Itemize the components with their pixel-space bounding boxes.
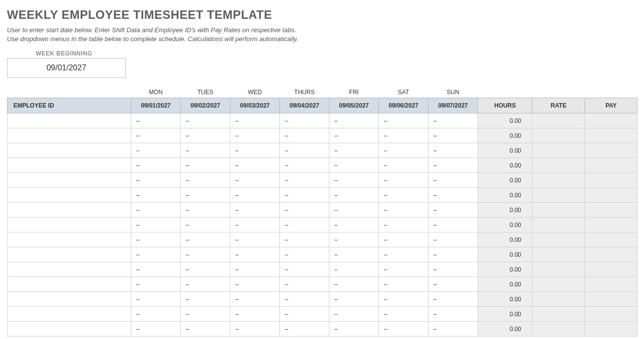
shift-cell[interactable]: – (181, 203, 230, 218)
shift-cell[interactable]: – (181, 173, 230, 188)
shift-cell[interactable]: – (379, 113, 429, 128)
shift-cell[interactable]: – (280, 128, 329, 143)
employee-id-cell[interactable] (7, 128, 131, 143)
employee-id-cell[interactable] (7, 188, 131, 203)
shift-cell[interactable]: – (429, 173, 478, 188)
shift-cell[interactable]: – (329, 128, 379, 143)
shift-cell[interactable]: – (131, 262, 181, 277)
shift-cell[interactable]: – (429, 158, 478, 173)
shift-cell[interactable]: – (379, 188, 429, 203)
shift-cell[interactable]: – (329, 113, 379, 128)
shift-cell[interactable]: – (230, 203, 280, 218)
week-beginning-input[interactable]: 09/01/2027 (7, 58, 126, 78)
shift-cell[interactable]: – (181, 277, 230, 292)
shift-cell[interactable]: – (131, 158, 181, 173)
shift-cell[interactable]: – (429, 203, 478, 218)
shift-cell[interactable]: – (230, 247, 280, 262)
shift-cell[interactable]: – (181, 307, 230, 322)
shift-cell[interactable]: – (329, 143, 379, 158)
shift-cell[interactable]: – (379, 143, 429, 158)
shift-cell[interactable]: – (181, 232, 230, 247)
shift-cell[interactable]: – (280, 277, 329, 292)
shift-cell[interactable]: – (131, 277, 181, 292)
employee-id-cell[interactable] (7, 262, 131, 277)
shift-cell[interactable]: – (230, 218, 280, 232)
shift-cell[interactable]: – (131, 218, 181, 232)
shift-cell[interactable]: – (230, 188, 280, 203)
employee-id-cell[interactable] (7, 277, 131, 292)
shift-cell[interactable]: – (230, 232, 280, 247)
shift-cell[interactable]: – (181, 113, 230, 128)
shift-cell[interactable]: – (329, 292, 379, 307)
shift-cell[interactable]: – (230, 173, 280, 188)
shift-cell[interactable]: – (181, 128, 230, 143)
shift-cell[interactable]: – (131, 292, 181, 307)
shift-cell[interactable]: – (329, 247, 379, 262)
shift-cell[interactable]: – (429, 128, 478, 143)
employee-id-cell[interactable] (7, 173, 131, 188)
shift-cell[interactable]: – (131, 307, 181, 322)
shift-cell[interactable]: – (280, 307, 329, 322)
shift-cell[interactable]: – (329, 203, 379, 218)
shift-cell[interactable]: – (230, 113, 280, 128)
shift-cell[interactable]: – (181, 262, 230, 277)
employee-id-cell[interactable] (7, 307, 131, 322)
shift-cell[interactable]: – (230, 158, 280, 173)
shift-cell[interactable]: – (181, 292, 230, 307)
shift-cell[interactable]: – (280, 262, 329, 277)
shift-cell[interactable]: – (230, 277, 280, 292)
shift-cell[interactable]: – (280, 322, 329, 337)
shift-cell[interactable]: – (429, 218, 478, 232)
employee-id-cell[interactable] (7, 322, 131, 337)
shift-cell[interactable]: – (131, 247, 181, 262)
shift-cell[interactable]: – (230, 322, 280, 337)
employee-id-cell[interactable] (7, 158, 131, 173)
shift-cell[interactable]: – (280, 158, 329, 173)
employee-id-cell[interactable] (7, 113, 131, 128)
shift-cell[interactable]: – (131, 322, 181, 337)
shift-cell[interactable]: – (429, 143, 478, 158)
shift-cell[interactable]: – (280, 113, 329, 128)
shift-cell[interactable]: – (230, 262, 280, 277)
shift-cell[interactable]: – (131, 188, 181, 203)
shift-cell[interactable]: – (131, 173, 181, 188)
shift-cell[interactable]: – (429, 322, 478, 337)
shift-cell[interactable]: – (329, 173, 379, 188)
shift-cell[interactable]: – (131, 128, 181, 143)
shift-cell[interactable]: – (181, 188, 230, 203)
shift-cell[interactable]: – (379, 128, 429, 143)
shift-cell[interactable]: – (429, 188, 478, 203)
shift-cell[interactable]: – (429, 113, 478, 128)
shift-cell[interactable]: – (131, 232, 181, 247)
shift-cell[interactable]: – (379, 322, 429, 337)
shift-cell[interactable]: – (131, 203, 181, 218)
employee-id-cell[interactable] (7, 218, 131, 232)
shift-cell[interactable]: – (329, 188, 379, 203)
shift-cell[interactable]: – (329, 218, 379, 232)
shift-cell[interactable]: – (329, 262, 379, 277)
shift-cell[interactable]: – (329, 277, 379, 292)
shift-cell[interactable]: – (429, 247, 478, 262)
shift-cell[interactable]: – (379, 277, 429, 292)
employee-id-cell[interactable] (7, 232, 131, 247)
shift-cell[interactable]: – (230, 292, 280, 307)
shift-cell[interactable]: – (230, 307, 280, 322)
shift-cell[interactable]: – (181, 158, 230, 173)
shift-cell[interactable]: – (280, 247, 329, 262)
shift-cell[interactable]: – (280, 292, 329, 307)
shift-cell[interactable]: – (131, 113, 181, 128)
shift-cell[interactable]: – (280, 203, 329, 218)
shift-cell[interactable]: – (379, 232, 429, 247)
shift-cell[interactable]: – (280, 188, 329, 203)
shift-cell[interactable]: – (181, 322, 230, 337)
shift-cell[interactable]: – (429, 307, 478, 322)
shift-cell[interactable]: – (181, 247, 230, 262)
shift-cell[interactable]: – (379, 218, 429, 232)
shift-cell[interactable]: – (280, 232, 329, 247)
shift-cell[interactable]: – (379, 203, 429, 218)
shift-cell[interactable]: – (379, 158, 429, 173)
shift-cell[interactable]: – (230, 143, 280, 158)
shift-cell[interactable]: – (230, 128, 280, 143)
shift-cell[interactable]: – (379, 247, 429, 262)
shift-cell[interactable]: – (379, 307, 429, 322)
